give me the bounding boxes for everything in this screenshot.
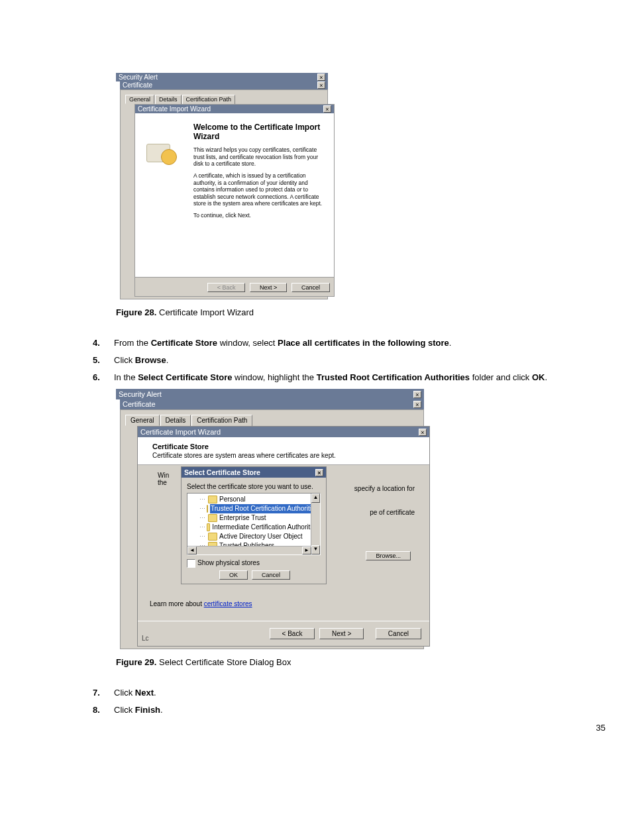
tab-details[interactable]: Details	[155, 95, 182, 104]
wizard-paragraph: A certificate, which is issued by a cert…	[193, 172, 325, 207]
cancel-button[interactable]: Cancel	[291, 283, 330, 292]
store-tree[interactable]: ⋯Personal ⋯Trusted Root Certification Au…	[187, 493, 321, 555]
import-wizard-icon	[146, 140, 178, 166]
figure29-caption: Figure 29. Select Certificate Store Dial…	[116, 657, 606, 667]
folder-icon	[208, 496, 217, 503]
cancel-button[interactable]: Cancel	[376, 628, 421, 639]
close-icon[interactable]: ×	[323, 105, 331, 113]
scroll-up-icon: ▲	[311, 494, 320, 503]
wizard-paragraph: This wizard helps you copy certificates,…	[193, 146, 325, 168]
next-button[interactable]: Next >	[250, 283, 287, 292]
certificate-titlebar: Certificate ×	[120, 399, 424, 409]
folder-icon	[208, 533, 217, 541]
tree-item: ⋯Personal	[190, 495, 319, 504]
wizard-heading: Welcome to the Certificate Import Wizard	[193, 123, 325, 141]
step-5: 5. Click Browse.	[93, 354, 606, 366]
scroll-left-icon: ◄	[187, 547, 197, 554]
step-4: 4. From the Certificate Store window, se…	[93, 337, 606, 349]
tab-general[interactable]: General	[125, 415, 160, 426]
partial-text: pe of certificate	[370, 509, 415, 516]
cancel-button[interactable]: Cancel	[252, 570, 290, 580]
close-icon[interactable]: ×	[413, 391, 421, 398]
figure28-screenshot: Security Alert × Certificate × General D…	[116, 73, 328, 299]
close-icon[interactable]: ×	[419, 429, 427, 436]
figure29-screenshot: Security Alert × Certificate × General D…	[116, 389, 424, 649]
tree-item: ⋯Intermediate Certification Authorities	[190, 523, 319, 532]
instruction-list: 4. From the Certificate Store window, se…	[93, 337, 606, 384]
figure28-caption: Figure 28. Certificate Import Wizard	[116, 307, 606, 317]
checkbox-icon[interactable]	[187, 559, 195, 568]
select-store-prompt: Select the certificate store you want to…	[187, 483, 321, 490]
horizontal-scrollbar[interactable]: ◄ ►	[187, 546, 311, 554]
show-physical-stores-checkbox[interactable]: Show physical stores	[187, 559, 321, 568]
section-subtitle: Certificate stores are system areas wher…	[152, 452, 420, 459]
security-alert-title: Security Alert	[119, 74, 158, 81]
partial-text: Lc	[142, 635, 149, 642]
certificate-titlebar: Certificate ×	[120, 81, 328, 89]
back-button: < Back	[207, 283, 246, 292]
section-title: Certificate Store	[152, 443, 420, 450]
step-7: 7. Click Next.	[93, 687, 606, 699]
ok-button[interactable]: OK	[219, 570, 248, 580]
scroll-down-icon: ▼	[311, 545, 320, 554]
wizard-paragraph: To continue, click Next.	[193, 212, 325, 219]
wizard-titlebar: Certificate Import Wizard ×	[138, 427, 429, 437]
scroll-right-icon: ►	[302, 547, 311, 554]
wizard-graphic-panel	[135, 113, 189, 277]
back-button[interactable]: < Back	[270, 628, 315, 639]
step-6: 6. In the Select Certificate Store windo…	[93, 372, 606, 384]
folder-icon	[208, 514, 217, 522]
step-8: 8. Click Finish.	[93, 704, 606, 716]
select-certificate-store-dialog: Select Certificate Store × Select the ce…	[181, 466, 327, 584]
tab-cert-path[interactable]: Certification Path	[182, 95, 236, 104]
certificate-title: Certificate	[123, 81, 152, 89]
tab-cert-path[interactable]: Certification Path	[191, 415, 252, 426]
tab-general[interactable]: General	[125, 95, 154, 104]
tree-item: ⋯Trusted Root Certification Authorities	[190, 504, 319, 513]
folder-icon	[207, 505, 208, 513]
next-button[interactable]: Next >	[319, 628, 364, 639]
select-store-titlebar: Select Certificate Store ×	[182, 467, 326, 478]
folder-icon	[207, 523, 210, 531]
certificate-tabs: General Details Certification Path	[123, 412, 421, 426]
tree-item: ⋯Enterprise Trust	[190, 513, 319, 523]
close-icon[interactable]: ×	[317, 74, 325, 81]
partial-text: specify a location for	[354, 485, 415, 492]
close-icon[interactable]: ×	[413, 401, 421, 408]
certificate-stores-link[interactable]: certificate stores	[204, 600, 252, 607]
browse-button[interactable]: Browse...	[366, 551, 411, 560]
security-alert-title: Security Alert	[119, 390, 162, 398]
close-icon[interactable]: ×	[315, 469, 323, 476]
tab-details[interactable]: Details	[160, 415, 191, 426]
page-number: 35	[596, 723, 606, 733]
certificate-title: Certificate	[123, 400, 156, 408]
security-alert-titlebar: Security Alert ×	[116, 389, 424, 399]
instruction-list: 7. Click Next. 8. Click Finish.	[93, 687, 606, 716]
wizard-titlebar: Certificate Import Wizard ×	[135, 105, 334, 113]
wizard-title: Certificate Import Wizard	[140, 428, 221, 436]
tree-item: ⋯Active Directory User Object	[190, 532, 319, 541]
wizard-title: Certificate Import Wizard	[138, 105, 211, 113]
vertical-scrollbar[interactable]: ▲ ▼	[311, 494, 320, 554]
certificate-tabs: General Details Certification Path	[123, 92, 325, 104]
close-icon[interactable]: ×	[317, 81, 325, 89]
learn-more-link: Learn more about certificate stores	[150, 600, 252, 607]
